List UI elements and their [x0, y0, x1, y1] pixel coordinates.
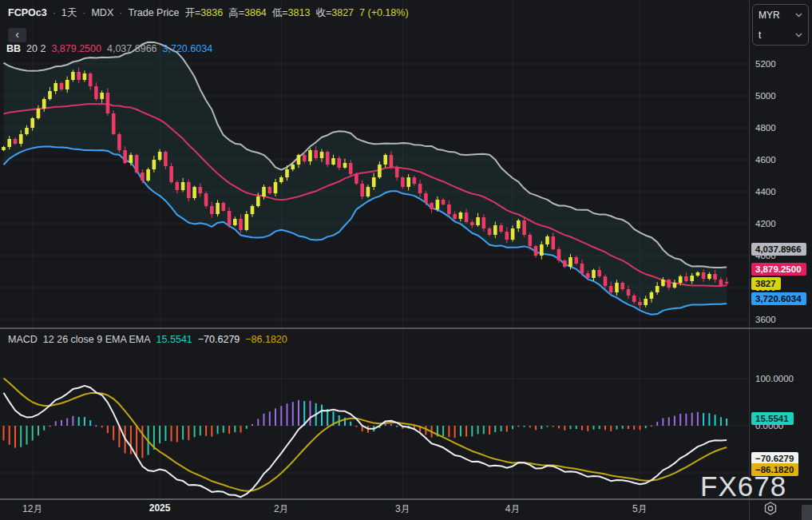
axis-price-badge: 3,720.6034	[751, 292, 806, 305]
bb-params: 20 2	[26, 43, 46, 54]
currency-value: MYR	[759, 10, 780, 21]
macd-line-value: −70.6279	[198, 334, 240, 345]
bb-upper-value: 4,037.8966	[107, 43, 157, 54]
bb-name: BB	[6, 43, 21, 54]
bb-basis-value: 3,879.2500	[51, 43, 101, 54]
axis-price-badge: 3,879.2500	[751, 263, 806, 276]
axis-settings-icon[interactable]	[759, 499, 782, 520]
axis-price-badge: 3827	[751, 277, 781, 290]
axis-price-badge: 15.5541	[751, 412, 794, 425]
interval-label[interactable]: 1天	[61, 6, 77, 20]
series-type-label: Trade Price	[128, 7, 179, 18]
time-axis-label: 4月	[505, 502, 521, 516]
time-axis-label: 3月	[395, 502, 410, 516]
unit-value: t	[759, 30, 761, 41]
price-tick: 4200	[755, 219, 776, 228]
symbol-name[interactable]: FCPOc3	[8, 7, 47, 18]
chart-svg	[0, 0, 749, 499]
symbol-header[interactable]: FCPOc3 · 1天 · MDX · Trade Price 开=3836 高…	[8, 6, 409, 20]
time-axis-label: 12月	[22, 502, 42, 516]
price-tick: 4400	[755, 187, 776, 196]
axis-price-badge: 4,037.8966	[751, 243, 806, 256]
macd-hist-value: 15.5541	[156, 334, 192, 345]
separator-dot: ·	[119, 7, 122, 18]
price-tick: 4800	[755, 123, 776, 133]
ohlc-close: 收=3827	[315, 6, 354, 20]
axis-price-badge: −86.1820	[751, 463, 798, 476]
time-axis-label: 2025	[149, 502, 171, 514]
price-change: 7 (+0.18%)	[359, 7, 409, 18]
unit-dropdown[interactable]: t	[753, 25, 808, 45]
price-tick: 3600	[755, 315, 776, 324]
separator-dot: ·	[82, 7, 85, 18]
price-tick: 5200	[755, 59, 776, 69]
price-tick: 4600	[755, 155, 776, 165]
separator-dot: ·	[53, 7, 56, 18]
time-axis-label: 5月	[632, 502, 648, 516]
chevron-down-icon	[795, 33, 802, 38]
macd-indicator-legend[interactable]: MACD 12 26 close 9 EMA EMA 15.5541 −70.6…	[8, 334, 287, 345]
bb-indicator-legend[interactable]: BB 20 2 3,879.2500 4,037.8966 3,720.6034	[6, 43, 212, 54]
bb-lower-value: 3,720.6034	[163, 43, 213, 54]
ohlc-high: 高=3864	[228, 6, 267, 20]
currency-unit-selector[interactable]: MYR t	[752, 4, 809, 46]
macd-tick: 100.0000	[755, 374, 794, 383]
ohlc-open: 开=3836	[185, 6, 224, 20]
ohlc-low: 低=3813	[272, 6, 311, 20]
corner-partial-button[interactable]	[802, 505, 812, 520]
collapse-legend-button[interactable]: ‹	[8, 28, 26, 42]
price-tick: 5000	[755, 91, 776, 101]
exchange-label: MDX	[91, 7, 113, 18]
pane-divider[interactable]	[0, 327, 812, 329]
time-axis-label: 2月	[274, 502, 289, 516]
macd-params: 12 26 close 9 EMA EMA	[43, 334, 151, 345]
price-axis-border	[749, 0, 750, 520]
trading-chart-window: FCPOc3 · 1天 · MDX · Trade Price 开=3836 高…	[0, 0, 812, 520]
time-axis-divider[interactable]	[0, 498, 812, 500]
chevron-left-icon: ‹	[15, 28, 19, 41]
macd-name: MACD	[8, 334, 38, 345]
chevron-down-icon	[795, 13, 802, 18]
chart-canvas[interactable]	[0, 0, 749, 499]
macd-signal-value: −86.1820	[245, 334, 287, 345]
currency-dropdown[interactable]: MYR	[753, 5, 808, 25]
